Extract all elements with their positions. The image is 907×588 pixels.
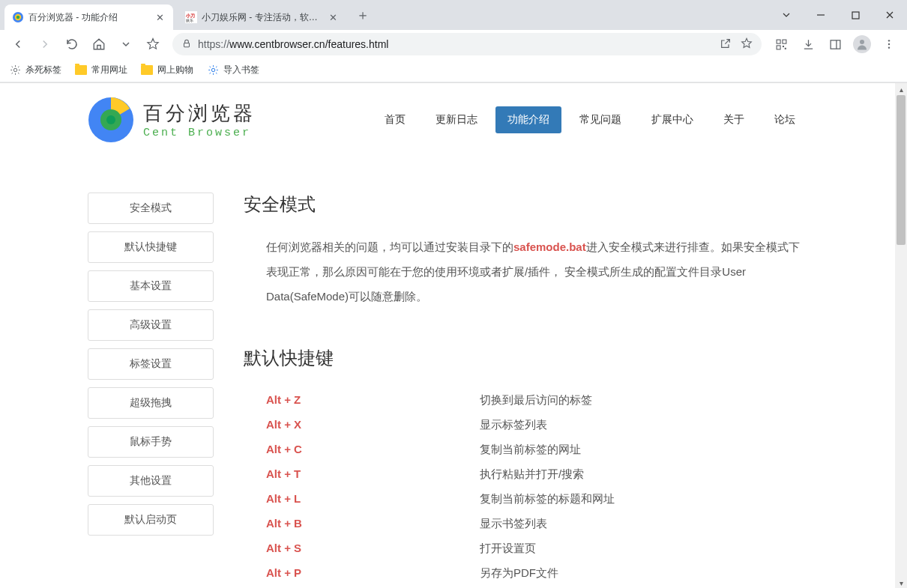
shortcut-key: Alt + S	[266, 542, 480, 556]
nav-item[interactable]: 更新日志	[424, 106, 489, 133]
bookmark-kill-tabs[interactable]: 杀死标签	[9, 64, 61, 76]
sidebar-item[interactable]: 高级设置	[88, 309, 214, 341]
nav-item[interactable]: 首页	[373, 106, 418, 133]
shortcut-desc: 显示书签列表	[480, 517, 547, 531]
svg-point-20	[13, 68, 16, 71]
folder-icon	[75, 64, 87, 76]
shortcut-row: Alt + T执行粘贴并打开/搜索	[266, 462, 807, 487]
dropdown-button[interactable]	[114, 32, 138, 56]
forward-button	[33, 32, 57, 56]
sidebar-item[interactable]: 标签设置	[88, 348, 214, 380]
site-logo[interactable]: 百分浏览器 Cent Browser	[88, 97, 256, 143]
shortcut-row: Alt + B显示书签列表	[266, 512, 807, 536]
new-tab-button[interactable]: ＋	[352, 4, 373, 25]
star-icon[interactable]	[741, 37, 753, 52]
shortcut-row: Alt + P另存为PDF文件	[266, 561, 807, 586]
scrollbar[interactable]: ▴ ▾	[895, 83, 907, 588]
sidebar-item[interactable]: 超级拖拽	[88, 387, 214, 419]
svg-point-24	[106, 115, 115, 124]
safemode-paragraph: 任何浏览器相关的问题，均可以通过安装目录下的safemode.bat进入安全模式…	[244, 234, 807, 309]
scrollbar-track[interactable]	[895, 95, 907, 577]
sidebar-item[interactable]: 安全模式	[88, 193, 214, 224]
maximize-button[interactable]	[838, 4, 873, 26]
shortcut-row: Alt + L复制当前标签的标题和网址	[266, 487, 807, 512]
bookmark-label: 导入书签	[223, 64, 259, 76]
url-text: https://www.centbrowser.cn/features.html	[198, 38, 388, 50]
back-button[interactable]	[6, 32, 30, 56]
scroll-down-icon[interactable]: ▾	[895, 577, 907, 588]
shortcut-desc: 复制当前标签的网址	[480, 443, 581, 457]
nav-item[interactable]: 功能介绍	[495, 106, 561, 133]
svg-point-16	[860, 40, 864, 44]
close-window-button[interactable]	[873, 4, 907, 26]
address-bar[interactable]: https://www.centbrowser.cn/features.html	[172, 33, 762, 55]
close-icon[interactable]: ✕	[154, 11, 166, 23]
menu-button[interactable]	[877, 32, 901, 56]
page-viewport: 百分浏览器 Cent Browser 首页更新日志功能介绍常见问题扩展中心关于论…	[0, 83, 907, 588]
scrollbar-thumb[interactable]	[897, 95, 906, 245]
folder-icon	[141, 64, 153, 76]
share-icon[interactable]	[720, 37, 732, 52]
browser-tab-active[interactable]: 百分浏览器 - 功能介绍 ✕	[4, 4, 173, 30]
shortcut-key: Alt + B	[266, 517, 480, 531]
favicon-icon: 小刀娱乐	[185, 11, 197, 23]
bookmarks-bar: 杀死标签 常用网址 网上购物 导入书签	[0, 58, 907, 82]
nav-item[interactable]: 扩展中心	[639, 106, 705, 133]
bookmark-import[interactable]: 导入书签	[207, 64, 259, 76]
tab-title: 百分浏览器 - 功能介绍	[28, 11, 149, 24]
bookmark-label: 杀死标签	[25, 64, 61, 76]
shortcut-row: Alt + Z切换到最后访问的标签	[266, 388, 807, 413]
home-button[interactable]	[87, 32, 111, 56]
shortcut-desc: 执行粘贴并打开/搜索	[480, 467, 584, 482]
logo-text-cn: 百分浏览器	[143, 100, 256, 127]
sidebar-item[interactable]: 默认快捷键	[88, 231, 214, 263]
close-icon[interactable]: ✕	[327, 11, 339, 23]
profile-avatar[interactable]	[850, 32, 874, 56]
sidepanel-icon[interactable]	[823, 32, 847, 56]
shortcut-key: Alt + L	[266, 492, 480, 506]
svg-rect-10	[782, 40, 786, 43]
window-chrome: 百分浏览器 - 功能介绍 ✕ 小刀娱乐 小刀娱乐网 - 专注活动，软件， ✕ ＋…	[0, 0, 907, 83]
minimize-button[interactable]	[804, 4, 838, 26]
scroll-up-icon[interactable]: ▴	[895, 83, 907, 95]
tab-title: 小刀娱乐网 - 专注活动，软件，	[202, 11, 322, 24]
sidebar-item[interactable]: 基本设置	[88, 270, 214, 302]
sidebar: 安全模式默认快捷键基本设置高级设置标签设置超级拖拽鼠标手势其他设置默认启动页	[88, 193, 214, 588]
bookmark-shopping[interactable]: 网上购物	[141, 64, 193, 76]
svg-point-2	[16, 16, 20, 19]
tab-bar: 百分浏览器 - 功能介绍 ✕ 小刀娱乐 小刀娱乐网 - 专注活动，软件， ✕ ＋	[0, 0, 907, 30]
lock-icon	[181, 38, 192, 51]
reload-button[interactable]	[60, 32, 84, 56]
svg-text:娱乐: 娱乐	[186, 18, 193, 22]
shortcut-row: Alt + S打开设置页	[266, 536, 807, 561]
gear-icon	[207, 64, 219, 76]
logo-text-en: Cent Browser	[143, 127, 256, 139]
nav-item[interactable]: 论坛	[762, 106, 807, 133]
site-header: 百分浏览器 Cent Browser 首页更新日志功能介绍常见问题扩展中心关于论…	[88, 83, 807, 163]
bookmark-common-urls[interactable]: 常用网址	[75, 64, 127, 76]
nav-item[interactable]: 关于	[711, 106, 756, 133]
shortcut-desc: 打开设置页	[480, 542, 536, 556]
svg-rect-12	[782, 45, 783, 46]
svg-point-18	[888, 43, 890, 45]
nav-item[interactable]: 常见问题	[567, 106, 633, 133]
sidebar-item[interactable]: 其他设置	[88, 465, 214, 497]
gear-icon	[9, 64, 21, 76]
bookmark-star-button[interactable]	[141, 32, 165, 56]
chevron-down-icon[interactable]	[769, 4, 804, 26]
browser-tab-inactive[interactable]: 小刀娱乐 小刀娱乐网 - 专注活动，软件， ✕	[178, 4, 346, 30]
section-title-shortcuts: 默认快捷键	[244, 346, 807, 370]
page-content: 安全模式默认快捷键基本设置高级设置标签设置超级拖拽鼠标手势其他设置默认启动页 安…	[88, 193, 807, 588]
toolbar: https://www.centbrowser.cn/features.html	[0, 30, 907, 58]
download-icon[interactable]	[796, 32, 820, 56]
shortcut-desc: 另存为PDF文件	[480, 566, 558, 581]
sidebar-item[interactable]: 鼠标手势	[88, 426, 214, 458]
svg-rect-13	[784, 47, 786, 49]
qr-icon[interactable]	[769, 32, 793, 56]
shortcut-row: Alt + X显示标签列表	[266, 413, 807, 437]
window-controls	[769, 0, 907, 30]
shortcuts-list: Alt + Z切换到最后访问的标签Alt + X显示标签列表Alt + C复制当…	[244, 388, 807, 588]
svg-rect-7	[852, 12, 859, 19]
shortcut-desc: 复制当前标签的标题和网址	[480, 492, 615, 506]
sidebar-item[interactable]: 默认启动页	[88, 504, 214, 536]
